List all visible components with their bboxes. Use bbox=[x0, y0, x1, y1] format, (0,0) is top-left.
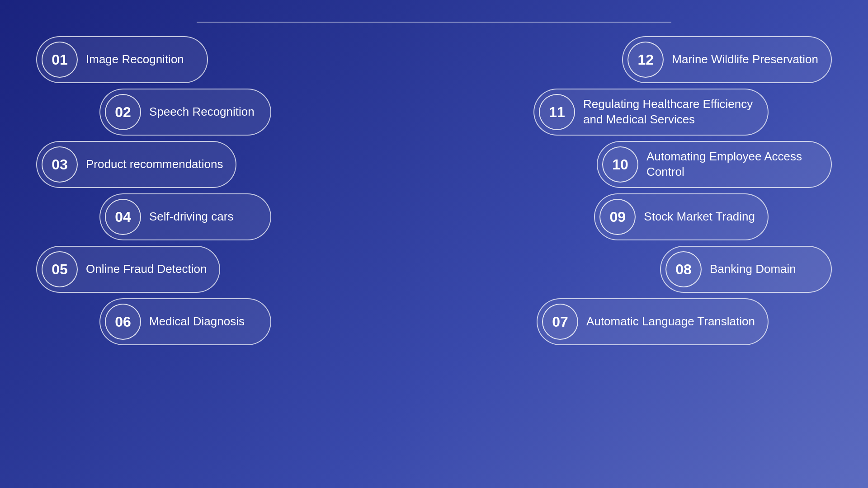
item-number: 11 bbox=[539, 94, 575, 130]
list-item: 09Stock Market Trading bbox=[594, 193, 769, 240]
item-label: Image Recognition bbox=[86, 52, 184, 67]
item-label: Online Fraud Detection bbox=[86, 262, 207, 277]
list-item: 07Automatic Language Translation bbox=[537, 298, 769, 345]
item-label: Product recommendations bbox=[86, 157, 223, 172]
item-number: 12 bbox=[627, 42, 664, 78]
item-label: Self-driving cars bbox=[149, 209, 233, 225]
item-number: 08 bbox=[665, 251, 702, 287]
item-label: Banking Domain bbox=[710, 262, 796, 277]
item-label: Speech Recognition bbox=[149, 104, 255, 120]
item-number: 01 bbox=[42, 42, 78, 78]
content-area: 01Image Recognition02Speech Recognition0… bbox=[36, 36, 832, 345]
item-number: 09 bbox=[599, 199, 636, 235]
item-label: Automatic Language Translation bbox=[586, 314, 755, 329]
left-column: 01Image Recognition02Speech Recognition0… bbox=[36, 36, 425, 345]
item-number: 06 bbox=[105, 304, 141, 340]
list-item: 10Automating Employee Access Control bbox=[597, 141, 832, 188]
divider bbox=[197, 22, 671, 23]
list-item: 08Banking Domain bbox=[660, 246, 832, 293]
list-item: 11Regulating Healthcare Efficiency and M… bbox=[533, 89, 769, 136]
item-number: 07 bbox=[542, 304, 578, 340]
item-number: 03 bbox=[42, 146, 78, 183]
item-number: 05 bbox=[42, 251, 78, 287]
list-item: 03Product recommendations bbox=[36, 141, 236, 188]
item-label: Medical Diagnosis bbox=[149, 314, 245, 329]
item-label: Marine Wildlife Preservation bbox=[672, 52, 818, 67]
list-item: 06Medical Diagnosis bbox=[99, 298, 271, 345]
item-number: 10 bbox=[602, 146, 638, 183]
list-item: 01Image Recognition bbox=[36, 36, 208, 83]
item-number: 02 bbox=[105, 94, 141, 130]
list-item: 05Online Fraud Detection bbox=[36, 246, 220, 293]
item-label: Stock Market Trading bbox=[644, 209, 755, 225]
list-item: 12Marine Wildlife Preservation bbox=[622, 36, 832, 83]
item-label: Automating Employee Access Control bbox=[646, 149, 818, 180]
right-column: 12Marine Wildlife Preservation11Regulati… bbox=[443, 36, 832, 345]
list-item: 02Speech Recognition bbox=[99, 89, 271, 136]
list-item: 04Self-driving cars bbox=[99, 193, 271, 240]
item-label: Regulating Healthcare Efficiency and Med… bbox=[583, 97, 755, 127]
item-number: 04 bbox=[105, 199, 141, 235]
